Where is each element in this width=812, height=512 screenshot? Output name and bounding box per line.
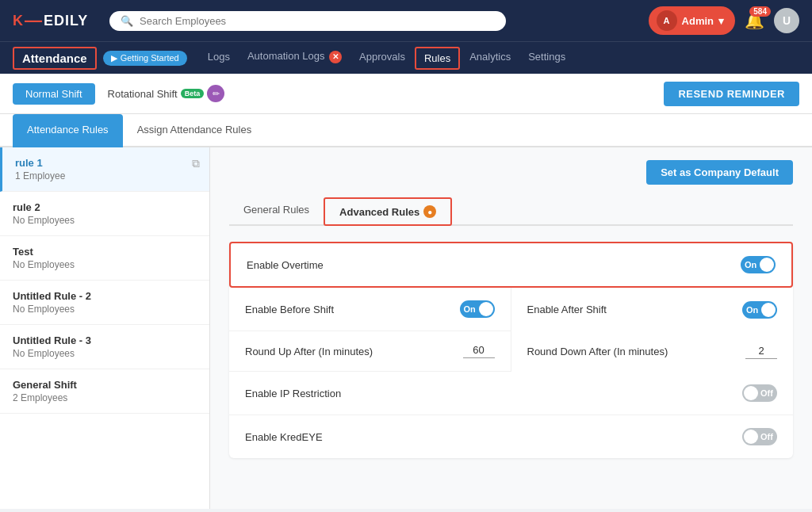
logo: K — EDILY (13, 10, 100, 31)
kredeye-row: Enable KredEYE Off (229, 415, 793, 458)
rule-item-test[interactable]: Test No Employees (0, 236, 209, 281)
rules-sidebar: rule 1 1 Employee ⧉ rule 2 No Employees … (0, 147, 210, 509)
enable-after-shift-row: Enable After Shift On (511, 288, 794, 331)
secondary-nav: Attendance ▶ Getting Started Logs Automa… (0, 41, 812, 74)
round-down-label: Round Down After (In minutes) (527, 346, 668, 357)
toggle-off-label: Off (758, 432, 776, 441)
assign-attendance-rules-tab[interactable]: Assign Attendance Rules (123, 114, 266, 147)
search-bar[interactable]: 🔍 (109, 11, 506, 31)
notification-count: 584 (749, 6, 771, 17)
nav-link-settings[interactable]: Settings (520, 43, 573, 73)
rotational-shift-label: Rotational Shift (108, 88, 178, 100)
enable-after-shift-label: Enable After Shift (527, 304, 607, 315)
toggle-track-off[interactable]: Off (742, 384, 777, 402)
main-content: rule 1 1 Employee ⧉ rule 2 No Employees … (0, 147, 812, 509)
rule-employees: 2 Employees (13, 392, 197, 403)
inner-tabs: General Rules Advanced Rules ● (229, 197, 793, 226)
rule-name: Untitled Rule - 2 (13, 290, 197, 302)
rule-item-untitled3[interactable]: Untitled Rule - 3 No Employees (0, 325, 209, 369)
notification-bell[interactable]: 🔔 584 (745, 11, 764, 30)
toggle-off-label: Off (758, 388, 776, 398)
search-icon: 🔍 (121, 15, 133, 27)
toggle-thumb (479, 302, 493, 316)
enable-overtime-row: Enable Overtime On (229, 242, 793, 288)
ip-restriction-label: Enable IP Restriction (245, 388, 341, 399)
set-company-default-button[interactable]: Set as Company Default (646, 160, 793, 185)
toggle-thumb (760, 258, 774, 272)
rule-item-rule2[interactable]: rule 2 No Employees (0, 192, 209, 236)
admin-avatar: A (657, 10, 677, 31)
shift-bar: Normal Shift Rotational Shift Beta ✏ RES… (0, 74, 812, 114)
toggle-on-label: On (744, 305, 760, 315)
round-up-row: Round Up After (In minutes) 60 (229, 331, 511, 372)
rule-name: General Shift (13, 379, 197, 391)
nav-link-analytics[interactable]: Analytics (462, 43, 519, 73)
getting-started-button[interactable]: ▶ Getting Started (103, 51, 187, 66)
enable-before-shift-row: Enable Before Shift On (229, 288, 511, 331)
automation-logs-label: Automation Logs (247, 50, 325, 62)
rules-tabs: Attendance Rules Assign Attendance Rules (0, 114, 812, 147)
toggle-on-label: On (742, 260, 759, 269)
rotational-shift-tab[interactable]: Rotational Shift Beta ✏ (95, 80, 238, 107)
getting-started-label: Getting Started (121, 53, 179, 63)
nav-link-automation-logs[interactable]: Automation Logs ✕ (239, 42, 350, 74)
toggle-track[interactable]: On (742, 301, 777, 319)
logo-rest: EDILY (44, 13, 88, 29)
general-rules-tab[interactable]: General Rules (229, 197, 324, 226)
rule-employees: No Employees (13, 304, 197, 315)
rule-item-untitled2[interactable]: Untitled Rule - 2 No Employees (0, 281, 209, 325)
user-avatar[interactable]: U (774, 8, 799, 33)
round-up-down-rows: Round Up After (In minutes) 60 Round Dow… (229, 331, 793, 372)
kredeye-toggle[interactable]: Off (742, 428, 777, 445)
nav-link-rules[interactable]: Rules (415, 47, 460, 70)
enable-overtime-toggle[interactable]: On (741, 256, 776, 273)
toggle-track[interactable]: On (741, 256, 776, 273)
normal-shift-tab[interactable]: Normal Shift (13, 83, 95, 105)
nav-link-logs[interactable]: Logs (200, 43, 238, 73)
round-up-value: 60 (463, 344, 495, 358)
play-icon: ▶ (111, 53, 117, 63)
toggle-track-off[interactable]: Off (742, 428, 777, 445)
rule-employees: No Employees (13, 259, 197, 270)
secondary-nav-links: Logs Automation Logs ✕ Approvals Rules A… (200, 42, 573, 74)
admin-button[interactable]: A Admin ▾ (649, 6, 735, 35)
toggle-thumb (761, 303, 776, 317)
rule-item-general-shift[interactable]: General Shift 2 Employees (0, 369, 209, 414)
edit-shift-icon[interactable]: ✏ (207, 85, 224, 102)
nav-link-approvals[interactable]: Approvals (351, 43, 413, 73)
toggle-track[interactable]: On (460, 300, 495, 318)
nav-right: A Admin ▾ 🔔 584 U (649, 6, 799, 35)
rule-employees: No Employees (13, 348, 197, 359)
advanced-rules-label: Advanced Rules (339, 206, 419, 218)
logo-dash: — (25, 10, 43, 31)
toggle-on-label: On (462, 304, 478, 314)
rule-item-rule1[interactable]: rule 1 1 Employee ⧉ (0, 147, 209, 192)
kredeye-label: Enable KredEYE (245, 431, 323, 443)
enable-before-shift-label: Enable Before Shift (245, 304, 334, 315)
ip-restriction-toggle[interactable]: Off (742, 384, 777, 402)
round-down-value: 2 (745, 345, 777, 359)
automation-logs-badge: ✕ (329, 51, 342, 63)
copy-icon[interactable]: ⧉ (192, 157, 200, 170)
before-after-shift-rows: Enable Before Shift On Enable After Shif… (229, 288, 793, 331)
rule-name: Test (13, 246, 197, 258)
enable-overtime-label: Enable Overtime (247, 259, 324, 271)
round-up-label: Round Up After (In minutes) (245, 346, 373, 357)
advanced-rules-tab[interactable]: Advanced Rules ● (324, 197, 452, 226)
rule-employees: 1 Employee (15, 170, 197, 181)
toggle-thumb (744, 430, 758, 444)
rules-panel: Set as Company Default General Rules Adv… (210, 147, 812, 509)
resend-reminder-button[interactable]: RESEND REMINDER (664, 82, 799, 106)
top-nav: K — EDILY 🔍 A Admin ▾ 🔔 584 U (0, 0, 812, 41)
ip-restriction-row: Enable IP Restriction Off (229, 372, 793, 415)
panel-header: Set as Company Default (229, 160, 793, 185)
enable-after-toggle[interactable]: On (742, 301, 777, 319)
enable-before-toggle[interactable]: On (460, 300, 495, 318)
logo-k: K (13, 13, 24, 29)
attendance-rules-tab[interactable]: Attendance Rules (13, 114, 123, 147)
toggle-thumb (744, 386, 758, 400)
rule-name: rule 2 (13, 201, 197, 213)
search-input[interactable] (140, 15, 495, 27)
rule-employees: No Employees (13, 215, 197, 226)
beta-badge: Beta (181, 89, 205, 98)
